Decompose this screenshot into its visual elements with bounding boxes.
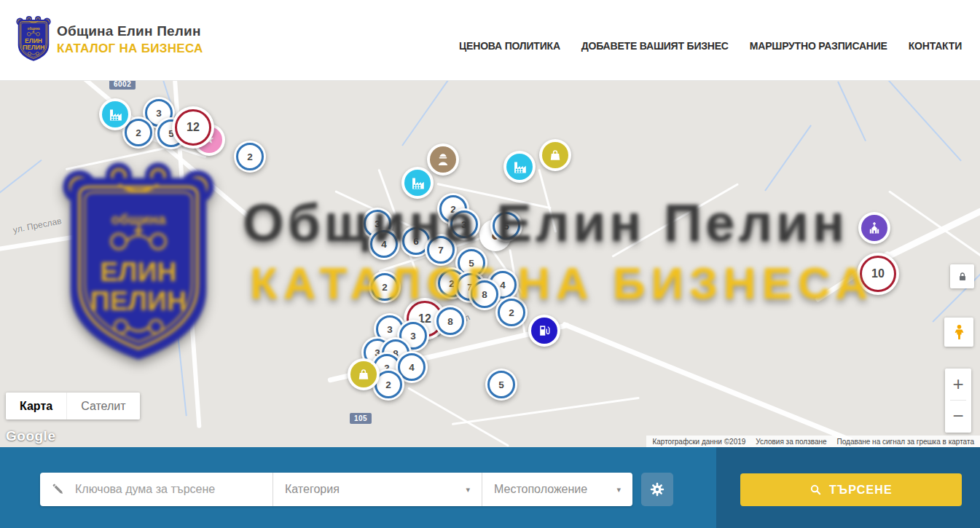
location-select[interactable]: Местоположение ▾ xyxy=(482,473,632,506)
chevron-down-icon: ▾ xyxy=(466,485,470,494)
map-cluster-marker[interactable]: 2 xyxy=(495,296,528,328)
street-label: ул. Преслав xyxy=(12,216,63,235)
map-cluster-marker[interactable]: 2 xyxy=(234,141,266,173)
category-select-value: Категория xyxy=(285,483,340,496)
logo-name-line2: ПЕЛИН xyxy=(23,44,44,51)
zoom-control: + − xyxy=(945,369,971,433)
zoom-out-button[interactable]: − xyxy=(945,401,971,432)
category-select[interactable]: Категория ▾ xyxy=(273,473,482,506)
map-pin-factory[interactable] xyxy=(99,98,131,130)
search-input-group: Категория ▾ Местоположение ▾ xyxy=(40,473,632,506)
logo-top-text: община xyxy=(27,26,40,31)
map-cluster-marker[interactable]: 12 xyxy=(172,106,214,149)
pencil-icon xyxy=(52,483,65,496)
map-cluster-marker[interactable]: 2 xyxy=(369,271,401,303)
nav-item-contacts[interactable]: КОНТАКТИ xyxy=(909,40,962,52)
map-cluster-marker[interactable]: 7 xyxy=(425,234,457,266)
watermark-title: Община Елин Пелин xyxy=(243,196,848,249)
search-icon xyxy=(810,484,822,496)
nav-item-bus-schedule[interactable]: МАРШРУТНО РАЗПИСАНИЕ xyxy=(750,40,887,52)
map-pin-worker[interactable] xyxy=(427,143,459,176)
site-title: Община Елин Пелин xyxy=(57,23,203,39)
map-cluster-marker[interactable]: 4 xyxy=(368,228,400,260)
site-title-block[interactable]: Община Елин Пелин КАТАЛОГ НА БИЗНЕСА xyxy=(57,23,203,56)
map-cluster-marker[interactable]: 8 xyxy=(434,305,466,337)
map-pin-fuel[interactable] xyxy=(528,315,560,347)
attribution-copyright: Картографски данни ©2019 xyxy=(652,438,745,446)
road-number-badge: 105 xyxy=(350,413,372,424)
watermark-shield-line2: ПЕЛИН xyxy=(90,285,187,316)
nav-item-add-business[interactable]: ДОБАВЕТЕ ВАШИЯТ БИЗНЕС xyxy=(581,40,729,52)
map-pin-factory[interactable] xyxy=(503,151,536,183)
map-pin-bag[interactable] xyxy=(539,139,571,171)
map-pin-bag[interactable] xyxy=(348,358,380,390)
nav-item-pricing[interactable]: ЦЕНОВА ПОЛИТИКА xyxy=(459,40,560,52)
location-select-value: Местоположение xyxy=(494,483,587,496)
map-pin-church[interactable] xyxy=(858,212,890,244)
advanced-settings-button[interactable] xyxy=(641,473,673,506)
watermark-subtitle: КАТАЛОГ НА БИЗНЕСА xyxy=(250,261,874,306)
map-canvas[interactable]: 325122323564752274812823338342510 xyxy=(0,81,980,447)
pegman-icon xyxy=(950,323,968,342)
site-subtitle: КАТАЛОГ НА БИЗНЕСА xyxy=(57,42,203,56)
map-type-control: Карта Сателит xyxy=(6,393,140,419)
google-logo[interactable]: Google xyxy=(6,428,55,444)
road-number-badge: 6002 xyxy=(109,81,136,90)
keyword-section xyxy=(40,473,273,506)
map-cluster-marker[interactable]: 8 xyxy=(469,278,501,310)
keyword-search-input[interactable] xyxy=(74,482,273,497)
lock-control[interactable] xyxy=(950,264,974,288)
report-error-link[interactable]: Подаване на сигнал за грешка в картата xyxy=(837,438,974,446)
header: община ЕЛИН ПЕЛИН Община Елин Пелин КАТА… xyxy=(0,0,980,81)
satellite-type-button[interactable]: Сателит xyxy=(66,393,139,419)
map-cluster-marker[interactable]: 5 xyxy=(485,369,517,401)
logo-name-line1: ЕЛИН xyxy=(25,37,42,44)
watermark-shield-line1: ЕЛИН xyxy=(100,256,176,287)
search-button-label: ТЪРСЕНЕ xyxy=(829,484,893,497)
gear-icon xyxy=(649,481,665,497)
municipality-logo[interactable]: община ЕЛИН ПЕЛИН xyxy=(16,15,51,63)
street-view-pegman[interactable] xyxy=(944,318,973,347)
zoom-in-button[interactable]: + xyxy=(945,369,971,400)
terms-link[interactable]: Условия за ползване xyxy=(756,438,826,446)
map-type-button[interactable]: Карта xyxy=(6,393,66,419)
chevron-down-icon: ▾ xyxy=(616,485,621,494)
map-cluster-marker[interactable]: 3 xyxy=(448,208,480,240)
search-bar: Категория ▾ Местоположение ▾ ТЪРСЕНЕ xyxy=(0,447,980,528)
main-nav: ЦЕНОВА ПОЛИТИКА ДОБАВЕТЕ ВАШИЯТ БИЗНЕС М… xyxy=(459,40,962,52)
lock-icon xyxy=(957,271,968,283)
map-cluster-marker[interactable]: 5 xyxy=(490,210,522,242)
search-submit-button[interactable]: ТЪРСЕНЕ xyxy=(740,473,962,506)
map-attribution: Картографски данни ©2019 Условия за полз… xyxy=(646,436,980,447)
map-cluster-marker[interactable]: 10 xyxy=(857,253,899,295)
